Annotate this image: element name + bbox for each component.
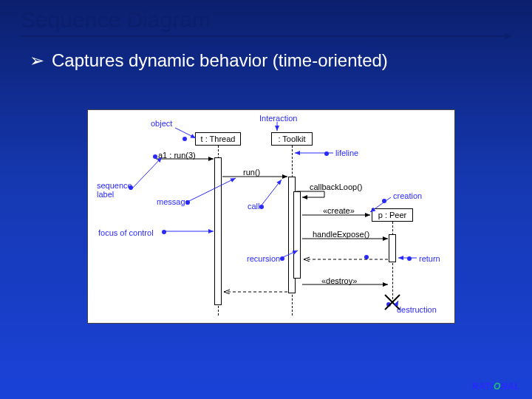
svg-line-7 (261, 180, 282, 206)
svg-line-6 (188, 178, 236, 202)
svg-line-14 (282, 250, 298, 258)
bullet-text: Captures dynamic behavior (time-oriented… (52, 50, 388, 71)
svg-line-10 (370, 197, 391, 212)
rational-logo: RATIONAL (472, 381, 520, 392)
bullet-item: ➢ Captures dynamic behavior (time-orient… (0, 37, 532, 71)
page-title: Sequence Diagram (21, 7, 511, 33)
bullet-arrow-icon: ➢ (30, 50, 44, 71)
title-underline (21, 35, 511, 37)
svg-line-5 (131, 157, 162, 190)
sequence-diagram: t : Thread : Toolkit p : Peer a1 : run(3… (87, 109, 455, 324)
svg-line-1 (175, 128, 196, 138)
diagram-arrows (88, 110, 456, 324)
